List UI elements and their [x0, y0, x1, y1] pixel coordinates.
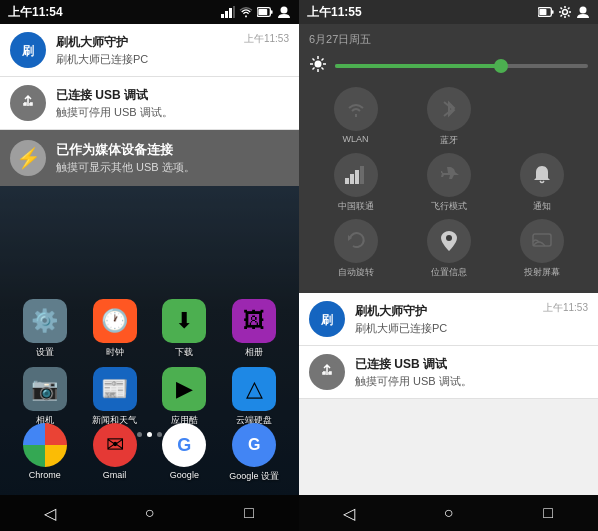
drive-icon: △ — [232, 367, 276, 411]
settings-label: 设置 — [36, 346, 54, 359]
app-news[interactable]: 📰 新闻和天气 — [87, 367, 142, 427]
brightness-thumb — [494, 59, 508, 73]
notif-title-1: 刷机大师守护 — [56, 34, 234, 51]
right-status-icons — [538, 5, 590, 19]
qs-cast[interactable]: 投射屏幕 — [507, 219, 577, 279]
left-big-notif[interactable]: ⚡ 已作为媒体设备连接 触摸可显示其他 USB 选项。 — [0, 130, 299, 186]
qs-row-3: 自动旋转 位置信息 投 — [309, 219, 588, 279]
app-store[interactable]: ▶ 应用酷 — [157, 367, 212, 427]
left-dock: Chrome ✉ Gmail G Google G Google 设置 — [0, 419, 299, 487]
dock-google-settings[interactable]: G Google 设置 — [227, 423, 282, 483]
app-gallery[interactable]: 🖼 相册 — [227, 299, 282, 359]
right-time: 上午11:55 — [307, 5, 362, 19]
svg-rect-1 — [225, 11, 228, 18]
right-notif-2[interactable]: 已连接 USB 调试 触摸可停用 USB 调试。 — [299, 346, 598, 399]
svg-rect-12 — [552, 10, 554, 14]
bars-icon — [345, 166, 367, 184]
brightness-fill — [335, 64, 499, 68]
svg-rect-3 — [233, 6, 235, 18]
google-label: Google — [170, 470, 199, 480]
svg-rect-27 — [355, 170, 359, 184]
brightness-track[interactable] — [335, 64, 588, 68]
notif-subtitle-1: 刷机大师已连接PC — [56, 52, 234, 67]
svg-rect-25 — [345, 178, 349, 184]
app-icon-1: 刷 — [16, 38, 40, 62]
right-notif-content-1: 刷机大师守护 刷机大师已连接PC — [355, 303, 533, 336]
qs-bluetooth[interactable]: 蓝牙 — [414, 87, 484, 147]
qs-signal[interactable]: 中国联通 — [321, 153, 391, 213]
right-back-button[interactable]: ◁ — [329, 495, 369, 531]
right-notif-time-1: 上午11:53 — [543, 301, 588, 315]
right-notif-area: 刷 刷机大师守护 刷机大师已连接PC 上午11:53 已连接 USB 调试 触摸… — [299, 293, 598, 495]
qs-notify[interactable]: 通知 — [507, 153, 577, 213]
dock-gmail[interactable]: ✉ Gmail — [87, 423, 142, 483]
right-status-bar: 上午11:55 — [299, 0, 598, 24]
svg-text:刷: 刷 — [21, 44, 34, 58]
dock-google[interactable]: G Google — [157, 423, 212, 483]
right-notif-title-1: 刷机大师守护 — [355, 303, 533, 320]
left-home-screen: ⚙️ 设置 🕐 时钟 ⬇ 下载 🖼 相册 📷 — [0, 186, 299, 495]
location-icon — [427, 219, 471, 263]
app-settings[interactable]: ⚙️ 设置 — [17, 299, 72, 359]
gallery-icon: 🖼 — [232, 299, 276, 343]
back-button[interactable]: ◁ — [30, 495, 70, 531]
gallery-label: 相册 — [245, 346, 263, 359]
notif-item-1[interactable]: 刷 刷机大师守护 刷机大师已连接PC 上午11:53 — [0, 24, 299, 77]
right-notif-1[interactable]: 刷 刷机大师守护 刷机大师已连接PC 上午11:53 — [299, 293, 598, 346]
svg-point-15 — [580, 7, 587, 14]
bluetooth-icon — [427, 87, 471, 131]
rotate-icon — [334, 219, 378, 263]
right-notif-icon-1: 刷 — [309, 301, 345, 337]
svg-point-30 — [446, 235, 452, 241]
usb-icon — [16, 91, 40, 115]
camera-icon: 📷 — [23, 367, 67, 411]
svg-rect-5 — [271, 10, 273, 14]
svg-rect-6 — [258, 9, 267, 15]
gmail-icon: ✉ — [93, 423, 137, 467]
settings-icon: ⚙️ — [23, 299, 67, 343]
qs-rotate[interactable]: 自动旋转 — [321, 219, 391, 279]
dock-chrome[interactable]: Chrome — [17, 423, 72, 483]
qs-wlan[interactable]: WLAN — [321, 87, 391, 147]
sun-icon — [309, 55, 327, 73]
right-recent-button[interactable]: □ — [528, 495, 568, 531]
right-home-button[interactable]: ○ — [428, 495, 468, 531]
wlan-label: WLAN — [342, 134, 368, 144]
qs-row-1: WLAN 蓝牙 — [309, 87, 588, 147]
qs-date: 6月27日周五 — [309, 32, 588, 47]
airplane-icon — [427, 153, 471, 197]
svg-line-22 — [322, 68, 324, 70]
big-notif-icon: ⚡ — [10, 140, 46, 176]
notif-content-1: 刷机大师守护 刷机大师已连接PC — [56, 34, 234, 67]
qs-location[interactable]: 位置信息 — [414, 219, 484, 279]
svg-rect-28 — [360, 166, 364, 184]
recent-button[interactable]: □ — [229, 495, 269, 531]
svg-line-23 — [322, 59, 324, 61]
big-notif-subtitle: 触摸可显示其他 USB 选项。 — [56, 160, 289, 175]
app-clock[interactable]: 🕐 时钟 — [87, 299, 142, 359]
svg-rect-0 — [221, 14, 224, 18]
signal-label: 中国联通 — [338, 200, 374, 213]
app-row-1: ⚙️ 设置 🕐 时钟 ⬇ 下载 🖼 相册 — [10, 299, 289, 359]
left-nav-bar: ◁ ○ □ — [0, 495, 299, 531]
app-camera[interactable]: 📷 相机 — [17, 367, 72, 427]
app-download[interactable]: ⬇ 下载 — [157, 299, 212, 359]
left-status-bar: 上午11:54 — [0, 0, 299, 24]
notif-icon-1: 刷 — [10, 32, 46, 68]
battery-icon — [257, 6, 273, 18]
right-time-group: 上午11:55 — [307, 4, 362, 21]
qs-airplane[interactable]: 飞行模式 — [414, 153, 484, 213]
bell-icon — [520, 153, 564, 197]
right-nav-bar: ◁ ○ □ — [299, 495, 598, 531]
app-drive[interactable]: △ 云端硬盘 — [227, 367, 282, 427]
clock-icon: 🕐 — [93, 299, 137, 343]
notif-item-2[interactable]: 已连接 USB 调试 触摸可停用 USB 调试。 — [0, 77, 299, 130]
location-label: 位置信息 — [431, 266, 467, 279]
download-label: 下载 — [175, 346, 193, 359]
plane-icon — [439, 165, 459, 185]
google-icon: G — [162, 423, 206, 467]
left-notif-panel: 刷 刷机大师守护 刷机大师已连接PC 上午11:53 已连接 USB 调试 触摸… — [0, 24, 299, 130]
home-button[interactable]: ○ — [129, 495, 169, 531]
user-icon — [277, 5, 291, 19]
download-icon: ⬇ — [162, 299, 206, 343]
